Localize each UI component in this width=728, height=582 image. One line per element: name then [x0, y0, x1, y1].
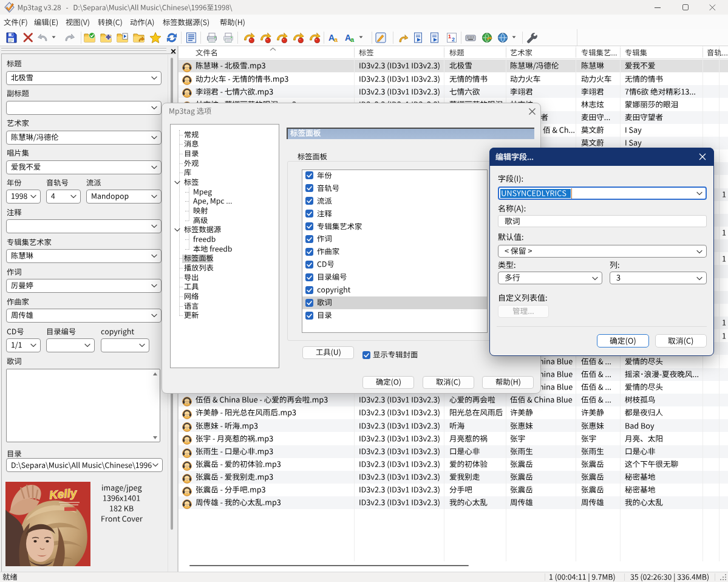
svg-text:2: 2 [452, 36, 455, 43]
svg-text:a: a [350, 36, 355, 43]
svg-text:1: 1 [448, 33, 451, 39]
svg-text:a: a [334, 36, 338, 43]
svg-text:Kelly: Kelly [49, 486, 78, 501]
